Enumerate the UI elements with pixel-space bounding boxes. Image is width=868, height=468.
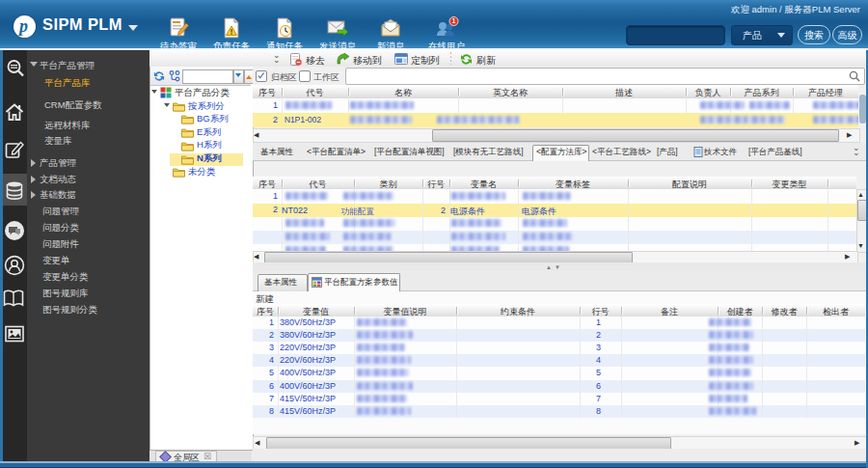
svg-text:1: 1 xyxy=(452,17,456,24)
